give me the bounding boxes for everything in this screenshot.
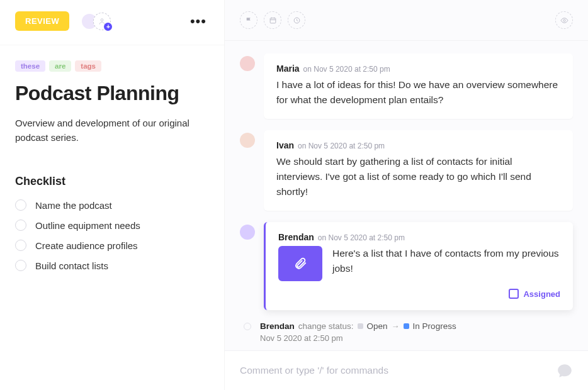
checklist-item-label: Name the podcast bbox=[35, 200, 112, 211]
svg-point-3 bbox=[563, 19, 565, 21]
assigned-checkbox-icon[interactable] bbox=[509, 289, 519, 299]
status-author: Brendan bbox=[260, 321, 295, 331]
time-button[interactable] bbox=[288, 11, 305, 29]
comment-avatar[interactable] bbox=[240, 225, 255, 240]
checklist-heading: Checklist bbox=[15, 175, 209, 188]
svg-point-0 bbox=[101, 18, 103, 21]
calendar-icon bbox=[269, 16, 277, 25]
more-menu-button[interactable]: ••• bbox=[188, 13, 209, 30]
comment-input[interactable] bbox=[240, 365, 549, 376]
review-button[interactable]: REVIEW bbox=[15, 11, 69, 31]
arrow-right-icon: → bbox=[392, 321, 400, 331]
flag-icon bbox=[245, 16, 253, 25]
eye-icon bbox=[560, 16, 568, 25]
comment-header: Brendan on Nov 5 2020 at 2:50 pm bbox=[278, 232, 560, 242]
svg-rect-1 bbox=[270, 18, 276, 23]
left-header: REVIEW + ••• bbox=[0, 0, 224, 45]
add-assignee-button[interactable]: + bbox=[93, 13, 111, 30]
assignee-cluster: + bbox=[81, 13, 111, 30]
page-description: Overview and development of our original… bbox=[15, 116, 209, 145]
status-time: Nov 5 2020 at 2:50 pm bbox=[260, 333, 573, 343]
checkbox-circle-icon[interactable] bbox=[15, 220, 26, 231]
compose-bar bbox=[225, 350, 588, 390]
comment-avatar[interactable] bbox=[240, 133, 255, 148]
checklist-item-label: Build contact lists bbox=[35, 260, 108, 271]
left-body: these are tags Podcast Planning Overview… bbox=[0, 45, 224, 280]
comment-row: Ivan on Nov 5 2020 at 2:50 pm We should … bbox=[240, 130, 573, 211]
attachment-row: Here's a list that I have of contacts fr… bbox=[278, 246, 560, 281]
comment-author: Ivan bbox=[276, 140, 294, 150]
checklist-item[interactable]: Name the podcast bbox=[15, 199, 209, 211]
status-action: change status: bbox=[298, 321, 354, 331]
assigned-badge[interactable]: Assigned bbox=[278, 289, 560, 299]
status-avatar bbox=[244, 323, 251, 330]
comment-card: Maria on Nov 5 2020 at 2:50 pm I have a … bbox=[264, 53, 573, 119]
comment-time: on Nov 5 2020 at 2:50 pm bbox=[298, 142, 385, 150]
comment-card-highlighted: Brendan on Nov 5 2020 at 2:50 pm Here's … bbox=[264, 222, 573, 310]
comment-text: Here's a list that I have of contacts fr… bbox=[332, 246, 560, 276]
checkbox-circle-icon[interactable] bbox=[15, 240, 26, 251]
page-title: Podcast Planning bbox=[15, 82, 209, 105]
comments-area: Maria on Nov 5 2020 at 2:50 pm I have a … bbox=[225, 41, 588, 350]
right-header bbox=[225, 0, 588, 41]
checklist-item[interactable]: Outline equipment needs bbox=[15, 220, 209, 231]
status-content: Brendan change status: Open → In Progres… bbox=[260, 321, 573, 343]
comment-card: Ivan on Nov 5 2020 at 2:50 pm We should … bbox=[264, 130, 573, 211]
comment-text: I have a lot of ideas for this! Do we ha… bbox=[276, 77, 560, 108]
comment-avatar[interactable] bbox=[240, 56, 255, 71]
comment-row: Brendan on Nov 5 2020 at 2:50 pm Here's … bbox=[240, 222, 573, 310]
right-panel: Maria on Nov 5 2020 at 2:50 pm I have a … bbox=[225, 0, 588, 390]
tag-item[interactable]: are bbox=[49, 60, 71, 72]
chat-bubble-icon bbox=[557, 362, 573, 379]
left-panel: REVIEW + ••• these are tags Podcast Plan… bbox=[0, 0, 225, 390]
status-dot-to-icon bbox=[404, 323, 409, 329]
checklist-item-label: Create audience profiles bbox=[35, 240, 138, 251]
paperclip-icon bbox=[293, 257, 307, 270]
assigned-label: Assigned bbox=[523, 289, 560, 299]
tag-item[interactable]: tags bbox=[75, 60, 101, 72]
attachment-thumbnail[interactable] bbox=[278, 246, 322, 281]
status-to: In Progress bbox=[413, 321, 456, 331]
comment-row: Maria on Nov 5 2020 at 2:50 pm I have a … bbox=[240, 53, 573, 119]
clock-icon bbox=[293, 16, 301, 25]
tag-item[interactable]: these bbox=[15, 60, 45, 72]
plus-badge-icon: + bbox=[104, 23, 112, 31]
comment-time: on Nov 5 2020 at 2:50 pm bbox=[303, 65, 390, 74]
checklist-item[interactable]: Create audience profiles bbox=[15, 240, 209, 251]
status-line: Brendan change status: Open → In Progres… bbox=[260, 321, 573, 331]
watch-button[interactable] bbox=[555, 11, 573, 29]
status-from: Open bbox=[367, 321, 388, 331]
comment-time: on Nov 5 2020 at 2:50 pm bbox=[318, 233, 405, 242]
checkbox-circle-icon[interactable] bbox=[15, 199, 26, 211]
comment-author: Maria bbox=[276, 64, 300, 74]
comment-text: We should start by gathering a list of c… bbox=[276, 154, 560, 199]
calendar-button[interactable] bbox=[264, 11, 281, 29]
comment-header: Ivan on Nov 5 2020 at 2:50 pm bbox=[276, 140, 560, 150]
status-dot-from-icon bbox=[358, 323, 363, 329]
comment-author: Brendan bbox=[278, 232, 314, 242]
send-button[interactable] bbox=[557, 362, 573, 379]
flag-button[interactable] bbox=[240, 11, 257, 29]
checkbox-circle-icon[interactable] bbox=[15, 260, 26, 271]
comment-header: Maria on Nov 5 2020 at 2:50 pm bbox=[276, 64, 560, 74]
status-change-row: Brendan change status: Open → In Progres… bbox=[240, 321, 573, 343]
checklist-item[interactable]: Build contact lists bbox=[15, 260, 209, 271]
tags-row: these are tags bbox=[15, 60, 209, 72]
checklist-item-label: Outline equipment needs bbox=[35, 220, 140, 231]
